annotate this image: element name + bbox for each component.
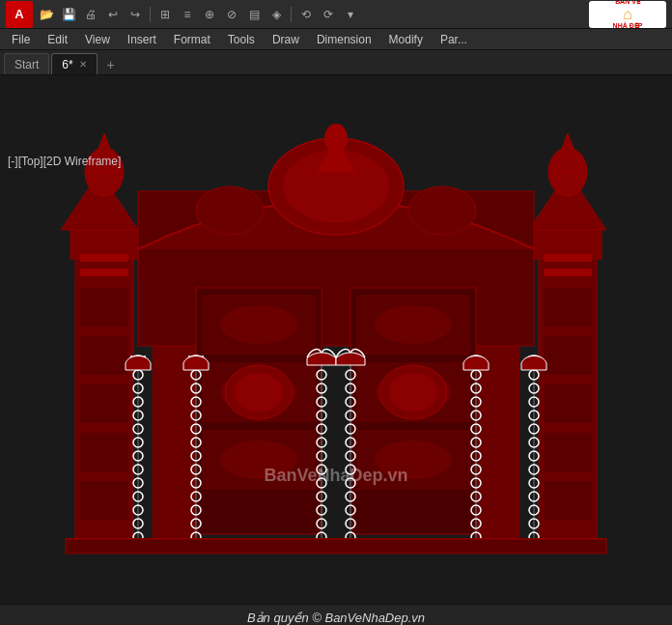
menu-edit[interactable]: Edit <box>40 31 75 48</box>
open-icon[interactable]: 📂 <box>37 5 56 24</box>
svg-rect-12 <box>80 433 128 471</box>
menu-draw[interactable]: Draw <box>265 31 307 48</box>
autocad-logo: A <box>6 1 33 28</box>
svg-rect-8 <box>80 269 128 276</box>
menu-view[interactable]: View <box>77 31 118 48</box>
canvas-area[interactable]: [-][Top][2D Wireframe] <box>0 75 672 604</box>
svg-rect-10 <box>80 336 128 375</box>
titlebar: A 📂 💾 🖨 ↩ ↪ ⊞ ≡ ⊕ ⊘ ▤ ◈ ⟲ ⟳ ▾ BẢN VẼ ⌂ N… <box>0 0 672 29</box>
svg-point-49 <box>235 373 283 412</box>
menu-insert[interactable]: Insert <box>120 31 164 48</box>
svg-rect-25 <box>544 481 592 520</box>
toolbar-separator-2 <box>291 7 292 22</box>
dropdown-icon[interactable]: ▾ <box>341 5 360 24</box>
save-icon[interactable]: 💾 <box>59 5 78 24</box>
svg-point-39 <box>196 186 264 235</box>
svg-point-54 <box>375 305 452 344</box>
tab-add-button[interactable]: + <box>101 55 121 74</box>
svg-point-38 <box>324 124 348 153</box>
menu-file[interactable]: File <box>4 31 38 48</box>
gate-drawing: BanVeNhaDep.vn <box>46 95 626 558</box>
svg-point-58 <box>389 373 437 412</box>
svg-rect-24 <box>544 433 592 471</box>
viewport-label: [-][Top][2D Wireframe] <box>8 155 121 168</box>
svg-rect-19 <box>544 254 592 262</box>
tabbar: Start 6* ✕ + <box>0 50 672 75</box>
undo2-icon[interactable]: ⟲ <box>296 5 316 24</box>
menu-par[interactable]: Par... <box>433 31 475 48</box>
zoom-icon[interactable]: ⊕ <box>200 5 219 24</box>
render-icon[interactable]: ◈ <box>266 5 286 24</box>
svg-rect-7 <box>80 254 128 262</box>
print-icon[interactable]: 🖨 <box>81 5 100 24</box>
svg-rect-13 <box>80 481 128 520</box>
menubar: File Edit View Insert Format Tools Draw … <box>0 29 672 50</box>
svg-rect-144 <box>66 539 606 554</box>
tab-drawing[interactable]: 6* ✕ <box>51 53 97 74</box>
tab-start[interactable]: Start <box>4 53 49 74</box>
svg-rect-9 <box>80 288 128 327</box>
svg-point-45 <box>220 305 297 344</box>
properties-icon[interactable]: ⊞ <box>155 5 175 24</box>
svg-rect-20 <box>544 269 592 276</box>
toolbar-icons: 📂 💾 🖨 ↩ ↪ ⊞ ≡ ⊕ ⊘ ▤ ◈ ⟲ ⟳ ▾ <box>37 5 585 24</box>
undo-icon[interactable]: ↩ <box>103 5 123 24</box>
copyright-text: Bản quyền © BanVeNhaDep.vn <box>247 611 425 625</box>
bottom-bar: Bản quyền © BanVeNhaDep.vn <box>0 604 672 625</box>
toolbar-separator <box>150 7 151 22</box>
redo-icon[interactable]: ↪ <box>126 5 145 24</box>
menu-format[interactable]: Format <box>166 31 218 48</box>
3d-icon[interactable]: ▤ <box>244 5 264 24</box>
menu-tools[interactable]: Tools <box>220 31 263 48</box>
svg-rect-21 <box>544 288 592 327</box>
measure-icon[interactable]: ⊘ <box>222 5 241 24</box>
svg-point-40 <box>408 186 476 235</box>
svg-text:BanVeNhaDep.vn: BanVeNhaDep.vn <box>264 466 407 485</box>
svg-rect-11 <box>80 384 128 423</box>
tab-close-icon[interactable]: ✕ <box>79 59 87 70</box>
svg-rect-23 <box>544 384 592 423</box>
redo2-icon[interactable]: ⟳ <box>319 5 338 24</box>
menu-dimension[interactable]: Dimension <box>309 31 379 48</box>
layers-icon[interactable]: ≡ <box>178 5 197 24</box>
svg-rect-22 <box>544 336 592 375</box>
brand-logo: BẢN VẼ ⌂ NHÀ ĐẸP <box>589 1 666 28</box>
menu-modify[interactable]: Modify <box>381 31 431 48</box>
